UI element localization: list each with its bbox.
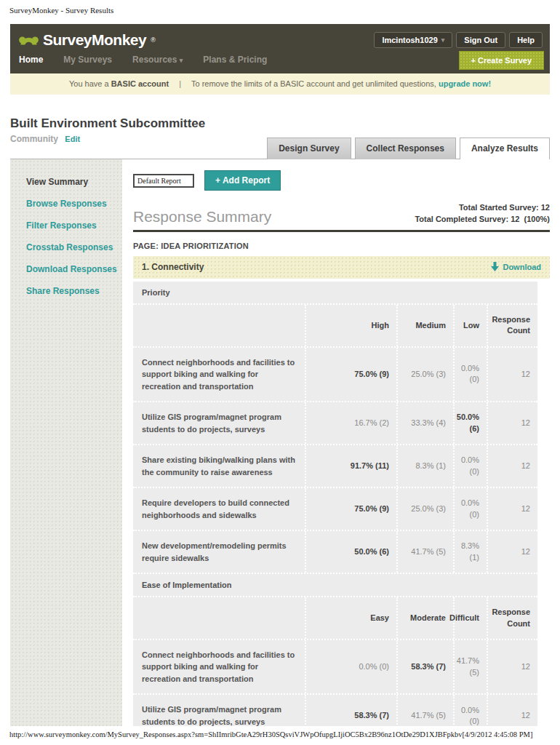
logo-registered-mark: ® — [151, 36, 156, 44]
tab-collect-responses[interactable]: Collect Responses — [355, 138, 456, 159]
row-label: Share existing biking/walking plans with… — [133, 445, 305, 487]
table-cell: 0.0% (0) — [453, 695, 487, 726]
sidebar-item-share-responses[interactable]: Share Responses — [10, 280, 122, 302]
summary-main-panel: Default Report + Add Report Response Sum… — [122, 159, 550, 726]
row-label: Utilize GIS program/magnet program stude… — [133, 402, 305, 444]
sidebar-item-filter-responses[interactable]: Filter Responses — [10, 215, 122, 236]
surveymonkey-logo[interactable]: SurveyMonkey ® — [19, 31, 156, 49]
table-cell: 41.7% (5) — [396, 695, 453, 726]
row-label: New development/remodeling permits requi… — [133, 531, 305, 573]
column-header: Medium — [396, 305, 453, 346]
row-label: Utilize GIS program/magnet program stude… — [133, 695, 305, 726]
download-icon — [491, 262, 499, 273]
column-header: Response Count — [487, 305, 537, 346]
table-header-row: High Medium Low Response Count — [133, 303, 537, 346]
chevron-down-icon: ▾ — [180, 57, 183, 64]
table-cell: 0.0% (0) — [453, 348, 487, 402]
help-button[interactable]: Help — [509, 32, 543, 48]
survey-title-block: Built Environment Subcommittee Community… — [10, 116, 550, 159]
table-cell: 75.0% (9) — [305, 488, 396, 530]
table-cell: 25.0% (3) — [396, 348, 453, 402]
table-row: Share existing biking/walking plans with… — [133, 444, 537, 487]
top-header-bar: SurveyMonkey ® lmcintosh1029 ▾ Sign Out … — [10, 24, 550, 73]
sign-out-label: Sign Out — [464, 36, 497, 44]
sidebar-item-download-responses[interactable]: Download Responses — [10, 258, 122, 280]
header-spacer — [133, 597, 305, 639]
banner-bold-text: BASIC account — [111, 79, 169, 88]
table-cell: 12 — [487, 348, 537, 402]
banner-middle-text: To remove the limits of a BASIC account … — [191, 79, 439, 88]
sidebar-item-crosstab-responses[interactable]: Crosstab Responses — [10, 236, 122, 258]
nav-resources[interactable]: Resources ▾ — [132, 55, 183, 65]
browser-print-footer: http://www.surveymonkey.com/MySurvey_Res… — [9, 730, 532, 738]
table-cell: 91.7% (11) — [305, 445, 396, 487]
table-cell: 50.0% (6) — [453, 402, 487, 444]
sidebar-item-view-summary[interactable]: View Summary — [10, 171, 122, 193]
table-cell: 12 — [487, 488, 537, 530]
column-header: Response Count — [487, 597, 537, 639]
table-header-row: Easy Moderate Difficult Response Count — [133, 596, 537, 639]
summary-divider — [133, 230, 550, 232]
user-menu-label: lmcintosh1029 — [382, 36, 437, 44]
tab-design-survey[interactable]: Design Survey — [267, 138, 351, 159]
analyze-sidebar: View Summary Browse Responses Filter Res… — [10, 159, 122, 726]
add-report-button[interactable]: + Add Report — [204, 170, 281, 191]
table-cell: 16.7% (2) — [305, 402, 396, 444]
table-cell: 58.3% (7) — [305, 695, 396, 726]
tab-analyze-results[interactable]: Analyze Results — [460, 138, 550, 159]
table-cell: 0.0% (0) — [453, 445, 487, 487]
logo-text: SurveyMonkey — [43, 31, 146, 49]
table-cell: 41.7% (5) — [396, 531, 453, 573]
chevron-down-icon: ▾ — [441, 36, 445, 44]
table-cell: 12 — [487, 695, 537, 726]
table-cell: 33.3% (4) — [396, 402, 453, 444]
section-label-ease: Ease of Implementation — [133, 573, 537, 596]
table-cell: 41.7% (5) — [453, 640, 487, 694]
user-menu-button[interactable]: lmcintosh1029 ▾ — [374, 32, 452, 48]
column-header: Difficult — [453, 597, 487, 639]
surveymonkey-app: SurveyMonkey ® lmcintosh1029 ▾ Sign Out … — [10, 24, 550, 726]
banner-divider: | — [179, 79, 181, 88]
table-row: Utilize GIS program/magnet program stude… — [133, 693, 537, 726]
table-cell: 58.3% (7) — [396, 640, 453, 694]
table-cell: 8.3% (1) — [453, 531, 487, 573]
sidebar-item-browse-responses[interactable]: Browse Responses — [10, 193, 122, 215]
edit-link[interactable]: Edit — [65, 135, 80, 143]
survey-page-label: PAGE: IDEA PRIORITIZATION — [133, 242, 550, 250]
nav-my-surveys[interactable]: My Surveys — [63, 55, 112, 65]
table-cell: 25.0% (3) — [396, 488, 453, 530]
browser-print-header: SurveyMonkey - Survey Results — [9, 6, 113, 15]
column-header: High — [305, 305, 396, 346]
nav-home[interactable]: Home — [19, 55, 43, 65]
table-cell: 50.0% (6) — [305, 531, 396, 573]
create-survey-button[interactable]: + Create Survey — [459, 51, 544, 70]
question-results-table: Priority High Medium Low Response Count … — [133, 282, 537, 726]
column-header: Moderate — [396, 597, 453, 639]
survey-totals: Total Started Survey: 12 Total Completed… — [415, 202, 550, 226]
table-row: Connect neighborhoods and facilities to … — [133, 346, 537, 402]
table-row: Require developers to build connected ne… — [133, 487, 537, 530]
download-link[interactable]: Download — [491, 262, 541, 273]
question-banner: 1. Connectivity Download — [133, 256, 550, 279]
table-row: Connect neighborhoods and facilities to … — [133, 639, 537, 694]
row-label: Connect neighborhoods and facilities to … — [133, 348, 305, 402]
table-cell: 12 — [487, 640, 537, 694]
monkey-logo-icon — [19, 31, 39, 49]
row-label: Require developers to build connected ne… — [133, 488, 305, 530]
report-select[interactable]: Default Report — [133, 174, 194, 188]
sign-out-button[interactable]: Sign Out — [456, 32, 505, 48]
content-area: View Summary Browse Responses Filter Res… — [10, 159, 550, 726]
table-cell: 75.0% (9) — [305, 348, 396, 402]
question-title: 1. Connectivity — [142, 262, 204, 272]
table-row: Utilize GIS program/magnet program stude… — [133, 401, 537, 444]
row-label: Connect neighborhoods and facilities to … — [133, 640, 305, 694]
survey-tabs: Design Survey Collect Responses Analyze … — [263, 138, 550, 159]
table-cell: 12 — [487, 531, 537, 573]
nav-plans-pricing[interactable]: Plans & Pricing — [203, 55, 267, 65]
survey-category: Community — [10, 134, 58, 144]
table-cell: 0.0% (0) — [453, 488, 487, 530]
response-summary-heading: Response Summary — [133, 208, 271, 226]
table-cell: 12 — [487, 402, 537, 444]
upgrade-now-link[interactable]: upgrade now! — [439, 79, 491, 88]
table-row: New development/remodeling permits requi… — [133, 530, 537, 573]
